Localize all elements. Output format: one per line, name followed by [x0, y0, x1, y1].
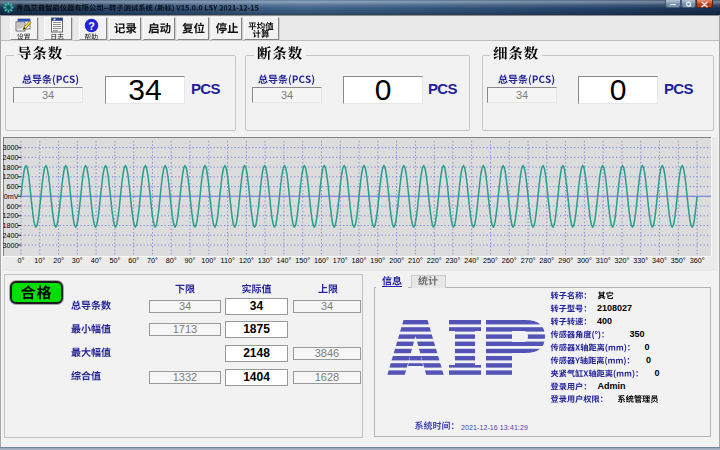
svg-text:2400: 2400 — [3, 231, 19, 240]
svg-text:240°: 240° — [464, 256, 479, 265]
svg-text:290°: 290° — [558, 256, 573, 265]
svg-text:50°: 50° — [109, 256, 120, 265]
svg-text:120°: 120° — [239, 256, 254, 265]
svg-text:350°: 350° — [671, 256, 686, 265]
svg-text:40°: 40° — [91, 256, 102, 265]
svg-text:260°: 260° — [502, 256, 517, 265]
svg-text:10°: 10° — [34, 256, 45, 265]
svg-text:280°: 280° — [539, 256, 554, 265]
svg-text:600: 600 — [7, 182, 19, 191]
svg-text:20°: 20° — [53, 256, 64, 265]
svg-text:600: 600 — [7, 202, 19, 211]
svg-text:310°: 310° — [596, 256, 611, 265]
svg-text:1200: 1200 — [3, 172, 19, 181]
svg-text:150°: 150° — [295, 256, 310, 265]
svg-text:1800: 1800 — [3, 221, 19, 230]
svg-text:60°: 60° — [128, 256, 139, 265]
svg-text:330°: 330° — [633, 256, 648, 265]
svg-text:230°: 230° — [445, 256, 460, 265]
svg-text:30°: 30° — [72, 256, 83, 265]
svg-text:70°: 70° — [147, 256, 158, 265]
svg-text:100°: 100° — [201, 256, 216, 265]
svg-text:170°: 170° — [333, 256, 348, 265]
svg-text:90°: 90° — [185, 256, 196, 265]
svg-text:190°: 190° — [370, 256, 385, 265]
svg-text:300°: 300° — [577, 256, 592, 265]
svg-text:360°: 360° — [690, 256, 705, 265]
svg-text:180°: 180° — [352, 256, 367, 265]
svg-text:3000: 3000 — [3, 241, 19, 250]
svg-text:3000: 3000 — [3, 143, 19, 152]
svg-text:340°: 340° — [652, 256, 667, 265]
svg-text:200°: 200° — [389, 256, 404, 265]
svg-text:270°: 270° — [521, 256, 536, 265]
svg-text:140°: 140° — [276, 256, 291, 265]
svg-text:220°: 220° — [427, 256, 442, 265]
svg-text:160°: 160° — [314, 256, 329, 265]
svg-text:130°: 130° — [258, 256, 273, 265]
svg-text:1200: 1200 — [3, 211, 19, 220]
svg-text:320°: 320° — [615, 256, 630, 265]
svg-text:0mV: 0mV — [4, 192, 19, 201]
svg-text:2400: 2400 — [3, 153, 19, 162]
svg-text:?: ? — [88, 19, 95, 31]
svg-text:0°: 0° — [18, 256, 25, 265]
svg-text:80°: 80° — [166, 256, 177, 265]
svg-text:1800: 1800 — [3, 163, 19, 172]
svg-text:250°: 250° — [483, 256, 498, 265]
svg-text:110°: 110° — [220, 256, 234, 265]
svg-text:210°: 210° — [408, 256, 423, 265]
